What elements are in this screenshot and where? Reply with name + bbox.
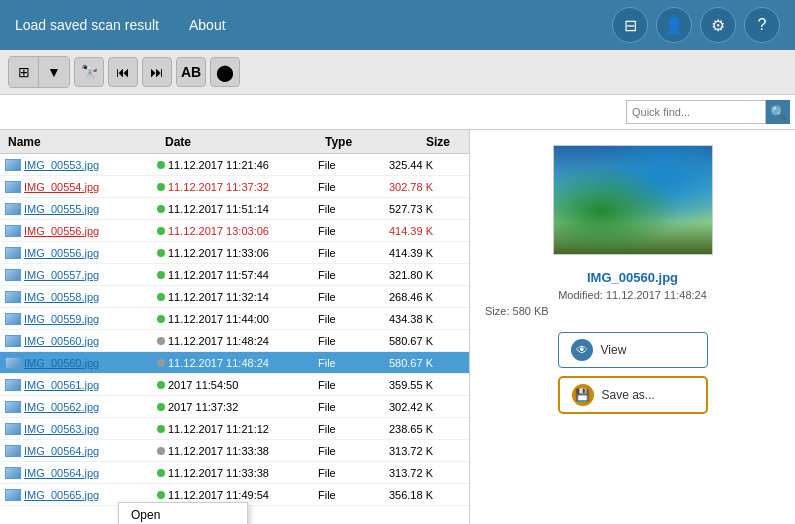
file-date: 11.12.2017 11:57:44 xyxy=(168,269,318,281)
file-icon xyxy=(5,159,21,171)
file-icon xyxy=(5,401,21,413)
file-date: 2017 11:54:50 xyxy=(168,379,318,391)
file-size: 580.67 K xyxy=(368,335,438,347)
about-link[interactable]: About xyxy=(189,17,226,33)
file-status-dot xyxy=(154,469,168,477)
preview-size: Size: 580 KB xyxy=(485,305,549,317)
file-name: IMG_00560.jpg xyxy=(24,335,154,347)
table-row[interactable]: IMG_00555.jpg 11.12.2017 11:51:14 File 5… xyxy=(0,198,469,220)
file-type: File xyxy=(318,423,368,435)
file-size: 359.55 K xyxy=(368,379,438,391)
save-as-button[interactable]: 💾 Save as... xyxy=(558,376,708,414)
file-status-dot xyxy=(154,337,168,345)
search-input[interactable] xyxy=(626,100,766,124)
next-btn[interactable]: ⏭ xyxy=(142,57,172,87)
file-name: IMG_00557.jpg xyxy=(24,269,154,281)
file-size: 302.78 K xyxy=(368,181,438,193)
app-title: Load saved scan result xyxy=(15,17,159,33)
grid-view-btn[interactable]: ⊞ xyxy=(9,57,39,87)
file-name: IMG_00564.jpg xyxy=(24,467,154,479)
search-submit-btn[interactable]: 🔍 xyxy=(766,100,790,124)
header-icon-group: ⊟ 👤 ⚙ ? xyxy=(612,7,780,43)
file-status-dot xyxy=(154,271,168,279)
toolbar: ⊞ ▼ 🔭 ⏮ ⏭ AB ⬤ xyxy=(0,50,795,95)
monitor-icon-btn[interactable]: ⊟ xyxy=(612,7,648,43)
table-row[interactable]: IMG_00562.jpg 2017 11:37:32 File 302.42 … xyxy=(0,396,469,418)
file-icon xyxy=(5,247,21,259)
file-size: 238.65 K xyxy=(368,423,438,435)
file-date: 11.12.2017 11:33:38 xyxy=(168,467,318,479)
file-icon xyxy=(5,269,21,281)
file-size: 321.80 K xyxy=(368,269,438,281)
file-date: 11.12.2017 11:37:32 xyxy=(168,181,318,193)
grid-dropdown-btn[interactable]: ▼ xyxy=(39,57,69,87)
view-btn-label: View xyxy=(601,343,627,357)
file-type: File xyxy=(318,203,368,215)
file-date: 11.12.2017 11:32:14 xyxy=(168,291,318,303)
col-header-size: Size xyxy=(385,135,455,149)
user-icon-btn[interactable]: 👤 xyxy=(656,7,692,43)
table-row[interactable]: IMG_00553.jpg 11.12.2017 11:21:46 File 3… xyxy=(0,154,469,176)
view-button[interactable]: 👁 View xyxy=(558,332,708,368)
table-row[interactable]: IMG_00554.jpg 11.12.2017 11:37:32 File 3… xyxy=(0,176,469,198)
file-icon xyxy=(5,203,21,215)
file-type: File xyxy=(318,225,368,237)
file-name: IMG_00554.jpg xyxy=(24,181,154,193)
search-bar: 🔍 xyxy=(0,95,795,130)
file-size: 313.72 K xyxy=(368,467,438,479)
table-row[interactable]: IMG_00564.jpg 11.12.2017 11:33:38 File 3… xyxy=(0,440,469,462)
file-status-dot xyxy=(154,183,168,191)
file-date: 11.12.2017 11:48:24 xyxy=(168,335,318,347)
file-date: 11.12.2017 11:49:54 xyxy=(168,489,318,501)
file-status-dot xyxy=(154,293,168,301)
file-date: 11.12.2017 11:33:38 xyxy=(168,445,318,457)
file-type: File xyxy=(318,313,368,325)
col-header-date: Date xyxy=(160,135,325,149)
file-type: File xyxy=(318,445,368,457)
view-icon: 👁 xyxy=(571,339,593,361)
file-date: 2017 11:37:32 xyxy=(168,401,318,413)
file-icon xyxy=(5,181,21,193)
file-name: IMG_00553.jpg xyxy=(24,159,154,171)
table-row[interactable]: IMG_00556.jpg 11.12.2017 13:03:06 File 4… xyxy=(0,220,469,242)
table-row[interactable]: IMG_00556.jpg 11.12.2017 11:33:06 File 4… xyxy=(0,242,469,264)
file-list-panel: Name Date Type Size IMG_00553.jpg 11.12.… xyxy=(0,130,470,524)
font-btn[interactable]: AB xyxy=(176,57,206,87)
table-row[interactable]: IMG_00558.jpg 11.12.2017 11:32:14 File 2… xyxy=(0,286,469,308)
file-status-dot xyxy=(154,447,168,455)
file-name: IMG_00558.jpg xyxy=(24,291,154,303)
preview-filename: IMG_00560.jpg xyxy=(587,270,678,285)
file-status-dot xyxy=(154,381,168,389)
file-name: IMG_00561.jpg xyxy=(24,379,154,391)
table-row[interactable]: IMG_00559.jpg 11.12.2017 11:44:00 File 4… xyxy=(0,308,469,330)
file-status-dot xyxy=(154,205,168,213)
file-type: File xyxy=(318,401,368,413)
prev-btn[interactable]: ⏮ xyxy=(108,57,138,87)
table-row[interactable]: IMG_00563.jpg 11.12.2017 11:21:12 File 2… xyxy=(0,418,469,440)
settings-icon-btn[interactable]: ⚙ xyxy=(700,7,736,43)
context-open[interactable]: Open xyxy=(119,503,247,524)
circle-btn[interactable]: ⬤ xyxy=(210,57,240,87)
table-row[interactable]: IMG_00557.jpg 11.12.2017 11:57:44 File 3… xyxy=(0,264,469,286)
file-icon xyxy=(5,379,21,391)
file-icon xyxy=(5,489,21,501)
file-status-dot xyxy=(154,403,168,411)
table-row[interactable]: IMG_00564.jpg 11.12.2017 11:33:38 File 3… xyxy=(0,462,469,484)
table-row[interactable]: IMG_00560.jpg 11.12.2017 11:48:24 File 5… xyxy=(0,330,469,352)
help-icon-btn[interactable]: ? xyxy=(744,7,780,43)
file-size: 414.39 K xyxy=(368,225,438,237)
file-list-header: Name Date Type Size xyxy=(0,130,469,154)
save-icon: 💾 xyxy=(572,384,594,406)
file-date: 11.12.2017 11:44:00 xyxy=(168,313,318,325)
file-icon xyxy=(5,291,21,303)
file-icon xyxy=(5,357,21,369)
file-status-dot xyxy=(154,315,168,323)
file-name: IMG_00559.jpg xyxy=(24,313,154,325)
search-btn[interactable]: 🔭 xyxy=(74,57,104,87)
file-name: IMG_00555.jpg xyxy=(24,203,154,215)
file-size: 580.67 K xyxy=(368,357,438,369)
file-size: 268.46 K xyxy=(368,291,438,303)
table-row[interactable]: IMG_00561.jpg 2017 11:54:50 File 359.55 … xyxy=(0,374,469,396)
table-row[interactable]: IMG_00560.jpg 11.12.2017 11:48:24 File 5… xyxy=(0,352,469,374)
file-date: 11.12.2017 11:51:14 xyxy=(168,203,318,215)
